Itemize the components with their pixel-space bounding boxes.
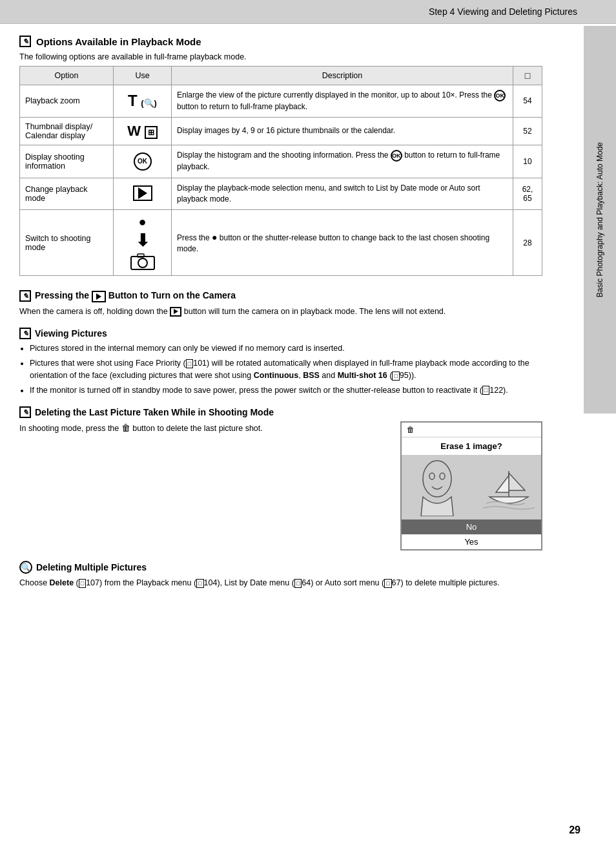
desc-shooting-info: Display the histogram and the shooting i…	[172, 145, 513, 178]
delete-preview-header: 🗑	[402, 423, 541, 437]
svg-point-5	[440, 473, 445, 479]
col-header-ref: □	[513, 66, 542, 85]
list-item: Pictures that were shot using Face Prior…	[30, 357, 542, 382]
use-playback-zoom: T (🔍)	[114, 85, 172, 117]
options-title: ✎ Options Available in Playback Mode	[19, 36, 542, 47]
note-icon-4: ✎	[19, 406, 31, 418]
ref-shooting-info: 10	[513, 145, 542, 178]
use-thumbnail: W ⊞	[114, 118, 172, 145]
col-header-option: Option	[20, 66, 114, 85]
note-icon-3: ✎	[19, 328, 31, 339]
play-triangle-icon	[138, 187, 147, 199]
sidebar-label: Basic Photography and Playback: Auto Mod…	[595, 142, 604, 297]
yes-button[interactable]: Yes	[402, 534, 541, 549]
table-row: Playback zoom T (🔍) Enlarge the view of …	[20, 85, 542, 117]
desc-switch-shooting: Press the ● button or the shutter-releas…	[172, 210, 513, 276]
switch-icons-container: ● ⬇	[119, 215, 166, 271]
face-sketch	[415, 458, 460, 516]
option-thumbnail: Thumbnail display/Calendar display	[20, 118, 114, 145]
pressing-section: ✎ Pressing the Button to Turn on the Cam…	[19, 290, 542, 317]
options-subtitle: The following options are available in f…	[19, 51, 542, 63]
table-row: Change playback mode Display the playbac…	[20, 178, 542, 210]
page-number: 29	[569, 824, 580, 836]
q-symbol: (🔍)	[141, 98, 157, 108]
svg-point-4	[429, 473, 435, 479]
desc-change-playback: Display the playback-mode selection menu…	[172, 178, 513, 210]
t-symbol: T	[128, 92, 138, 109]
svg-point-1	[138, 258, 147, 267]
viewing-bullets: Pictures stored in the internal memory c…	[30, 342, 542, 396]
option-switch-shooting: Switch to shooting mode	[20, 210, 114, 276]
options-section: ✎ Options Available in Playback Mode The…	[19, 36, 542, 276]
table-row: Thumbnail display/Calendar display W ⊞ D…	[20, 118, 542, 145]
col-header-use: Use	[114, 66, 172, 85]
use-change-playback	[114, 178, 172, 210]
option-playback-zoom: Playback zoom	[20, 85, 114, 117]
note-icon: ✎	[19, 36, 31, 47]
deleting-multiple-section: 🔍 Deleting Multiple Pictures Choose Dele…	[19, 561, 542, 589]
erase-text: Erase 1 image?	[402, 437, 541, 455]
option-shooting-info: Display shooting information	[20, 145, 114, 178]
header-title: Step 4 Viewing and Deleting Pictures	[429, 6, 577, 17]
no-button[interactable]: No	[402, 519, 541, 534]
delete-text: In shooting mode, press the 🗑 button to …	[19, 421, 387, 437]
deleting-last-section: ✎ Deleting the Last Picture Taken While …	[19, 406, 542, 550]
ref-switch-shooting: 28	[513, 210, 542, 276]
list-item: Pictures stored in the internal memory c…	[30, 342, 542, 355]
pressing-title: ✎ Pressing the Button to Turn on the Cam…	[19, 290, 542, 302]
grid-icon: ⊞	[145, 126, 158, 139]
viewing-title: ✎ Viewing Pictures	[19, 328, 542, 339]
use-shooting-info: OK	[114, 145, 172, 178]
table-row: Display shooting information OK Display …	[20, 145, 542, 178]
use-switch-shooting: ● ⬇	[114, 210, 172, 276]
magnify-icon: 🔍	[19, 561, 32, 574]
preview-image	[402, 455, 541, 519]
svg-rect-2	[138, 254, 144, 257]
col-header-desc: Description	[172, 66, 513, 85]
table-row: Switch to shooting mode ● ⬇	[20, 210, 542, 276]
delete-preview-box: 🗑 Erase 1 image?	[400, 421, 542, 550]
w-symbol: W	[127, 123, 141, 139]
ref-playback-zoom: 54	[513, 85, 542, 117]
list-item: If the monitor is turned off in standby …	[30, 384, 542, 397]
deleting-multiple-text: Choose Delete (□107) from the Playback m…	[19, 577, 542, 589]
option-change-playback: Change playback mode	[20, 178, 114, 210]
pressing-text: When the camera is off, holding down the…	[19, 306, 542, 318]
ok-icon: OK	[134, 152, 152, 171]
delete-para: In shooting mode, press the 🗑 button to …	[19, 421, 387, 435]
boat-sketch	[483, 468, 535, 510]
play-button-icon	[133, 185, 152, 201]
options-table: Option Use Description □ Playback zoom T…	[19, 66, 542, 277]
desc-playback-zoom: Enlarge the view of the picture currentl…	[172, 85, 513, 117]
camera-silhouette-icon	[130, 251, 156, 271]
deleting-multiple-title: 🔍 Deleting Multiple Pictures	[19, 561, 542, 574]
sidebar: Basic Photography and Playback: Auto Mod…	[584, 26, 616, 414]
viewing-section: ✎ Viewing Pictures Pictures stored in th…	[19, 328, 542, 396]
main-content: ✎ Options Available in Playback Mode The…	[0, 24, 581, 611]
svg-point-3	[423, 461, 451, 497]
note-icon-2: ✎	[19, 290, 31, 302]
download-symbol: ⬇	[136, 232, 150, 249]
delete-row: In shooting mode, press the 🗑 button to …	[19, 421, 542, 550]
page-header: Step 4 Viewing and Deleting Pictures	[0, 0, 616, 24]
trash-icon-small: 🗑	[407, 425, 415, 434]
camera-symbol: ●	[138, 215, 146, 229]
ref-change-playback: 62, 65	[513, 178, 542, 210]
ref-thumbnail: 52	[513, 118, 542, 145]
desc-thumbnail: Display images by 4, 9 or 16 picture thu…	[172, 118, 513, 145]
deleting-last-title: ✎ Deleting the Last Picture Taken While …	[19, 406, 542, 418]
